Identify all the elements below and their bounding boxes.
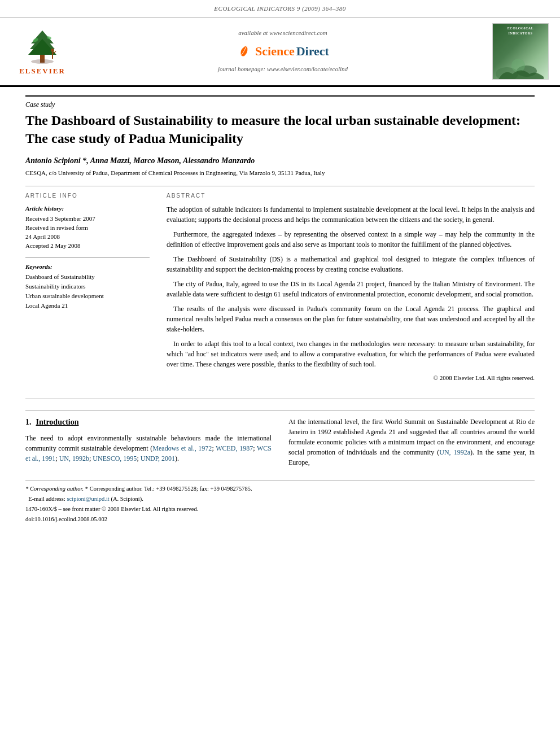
issn-line: 1470-160X/$ – see front matter © 2008 El… — [25, 505, 535, 514]
cover-title-text: ECOLOGICALINDICATORS — [508, 26, 533, 36]
abstract-column: ABSTRACT The adoption of suitable indica… — [167, 192, 535, 383]
keyword-3: Urban sustainable development — [25, 292, 150, 301]
intro-right-text: At the international level, the first Wo… — [288, 417, 535, 468]
journal-url-text: journal homepage: www.elsevier.com/locat… — [218, 65, 348, 74]
abstract-para-1: The adoption of suitable indicators is f… — [167, 204, 535, 225]
intro-left-col: 1. Introduction The need to adopt enviro… — [25, 417, 272, 472]
keywords-block: Keywords: Dashboard of Sustainability Su… — [25, 263, 150, 311]
keyword-4: Local Agenda 21 — [25, 302, 150, 311]
intro-para-right: At the international level, the first Wo… — [288, 417, 535, 468]
journal-cover-image: ECOLOGICALINDICATORS — [493, 23, 548, 80]
keyword-2: Sustainability indicators — [25, 282, 150, 291]
footnote-corresponding: * Corresponding author. * Corresponding … — [25, 484, 535, 493]
abstract-para-2: Furthermore, the aggregated indexes – by… — [167, 229, 535, 250]
available-text: available at www.sciencedirect.com — [238, 29, 327, 38]
banner: ELSEVIER available at www.sciencedirect.… — [0, 18, 560, 87]
email-label: E-mail address: — [28, 496, 65, 502]
section-title: 1. Introduction — [25, 417, 272, 428]
svg-point-1 — [31, 59, 54, 64]
case-study-label: Case study — [25, 95, 535, 110]
intro-left-text: The need to adopt environmentally sustai… — [25, 433, 272, 464]
direct-text: Direct — [296, 42, 329, 60]
footnote-star-label: * Corresponding author. — [25, 486, 84, 492]
keyword-1: Dashboard of Sustainability — [25, 273, 150, 282]
footnotes-area: * Corresponding author. * Corresponding … — [25, 480, 535, 523]
abstract-para-5: The results of the analysis were discuss… — [167, 304, 535, 334]
copyright-text: © 2008 Elsevier Ltd. All rights reserved… — [167, 374, 535, 383]
introduction-section: 1. Introduction The need to adopt enviro… — [25, 410, 535, 472]
article-info-abstract: ARTICLE INFO Article history: Received 3… — [25, 192, 535, 383]
separator-intro — [25, 399, 535, 399]
history-label: Article history: — [25, 204, 150, 213]
page-wrapper: ECOLOGICAL INDICATORS 9 (2009) 364–380 — [0, 0, 560, 536]
ref-wced[interactable]: WCED, 1987 — [216, 444, 253, 452]
footnote-email-line: E-mail address: scipioni@unipd.it (A. Sc… — [25, 495, 535, 504]
ref-unesco[interactable]: UNESCO, 1995 — [93, 455, 137, 462]
sciencedirect-leaf-icon — [237, 43, 253, 60]
history-block: Article history: Received 3 September 20… — [25, 204, 150, 251]
sciencedirect-logo: ScienceDirect — [237, 42, 329, 60]
intro-right-col: At the international level, the first Wo… — [288, 417, 535, 472]
abstract-para-3: The Dashboard of Sustainability (DS) is … — [167, 254, 535, 274]
ref-un-1992a[interactable]: UN, 1992a — [439, 448, 470, 456]
science-text: Science — [255, 42, 295, 60]
article-info-label: ARTICLE INFO — [25, 192, 150, 200]
authors-line: Antonio Scipioni *, Anna Mazzi, Marco Ma… — [25, 155, 535, 167]
intro-two-col: 1. Introduction The need to adopt enviro… — [25, 417, 535, 472]
received-revised-label: Received in revised form — [25, 224, 150, 233]
intro-para-left: The need to adopt environmentally sustai… — [25, 433, 272, 464]
banner-center: available at www.sciencedirect.com Scien… — [73, 29, 492, 74]
cover-decoration — [493, 43, 544, 80]
journal-header: ECOLOGICAL INDICATORS 9 (2009) 364–380 — [0, 0, 560, 18]
svg-point-5 — [51, 49, 54, 52]
footnote-tel-fax: * Corresponding author. Tel.: +39 049827… — [85, 486, 252, 492]
section-number: 1. — [25, 417, 32, 428]
received-date-1: Received 3 September 2007 — [25, 215, 150, 224]
elsevier-logo-area: ELSEVIER — [11, 26, 73, 77]
article-title: The Dashboard of Sustainability to measu… — [25, 112, 535, 147]
accepted-date: Accepted 2 May 2008 — [25, 242, 150, 251]
abstract-text: The adoption of suitable indicators is f… — [167, 204, 535, 369]
abstract-label: ABSTRACT — [167, 192, 535, 200]
svg-point-13 — [511, 59, 525, 72]
elsevier-logo: ELSEVIER — [14, 26, 71, 77]
authors-text: Antonio Scipioni *, Anna Mazzi, Marco Ma… — [25, 156, 255, 165]
abstract-para-6: In order to adapt this tool to a local c… — [167, 339, 535, 369]
elsevier-wordmark: ELSEVIER — [19, 66, 65, 77]
journal-cover-thumbnail: ECOLOGICALINDICATORS — [492, 23, 549, 80]
section-name: Introduction — [36, 417, 79, 428]
doi-line: doi:10.1016/j.ecolind.2008.05.002 — [25, 515, 535, 524]
journal-header-text: ECOLOGICAL INDICATORS 9 (2009) 364–380 — [214, 5, 345, 12]
affiliation-text: CESQA, c/o University of Padua, Departme… — [25, 169, 535, 178]
revised-date: 24 April 2008 — [25, 233, 150, 242]
ref-un-1992b[interactable]: UN, 1992b — [59, 455, 89, 462]
ref-undp[interactable]: UNDP, 2001 — [141, 455, 175, 462]
elsevier-tree-icon — [20, 28, 65, 64]
article-content: Case study The Dashboard of Sustainabili… — [0, 87, 560, 536]
email-link[interactable]: scipioni@unipd.it — [67, 496, 109, 502]
separator-1 — [25, 186, 535, 186]
separator-keywords — [25, 257, 150, 258]
abstract-para-4: The city of Padua, Italy, agreed to use … — [167, 279, 535, 299]
keywords-label: Keywords: — [25, 263, 150, 272]
ref-meadows[interactable]: Meadows et al., 1972 — [152, 444, 212, 452]
email-suffix: (A. Scipioni). — [111, 496, 143, 502]
article-info-column: ARTICLE INFO Article history: Received 3… — [25, 192, 150, 383]
